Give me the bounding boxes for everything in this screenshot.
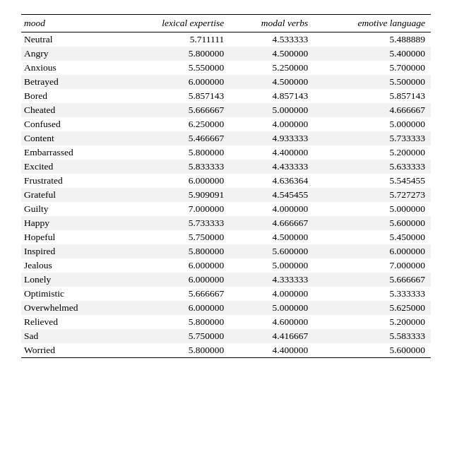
- table-row: Cheated5.6666675.0000004.666667: [21, 103, 431, 117]
- table-row: Relieved5.8000004.6000005.200000: [21, 315, 431, 329]
- table-row: Confused6.2500004.0000005.000000: [21, 117, 431, 131]
- value-cell: 6.000000: [314, 244, 431, 258]
- value-cell: 5.833333: [121, 160, 230, 174]
- value-cell: 5.500000: [314, 75, 431, 89]
- mood-cell: Embarrassed: [21, 145, 121, 160]
- value-cell: 4.416667: [230, 329, 314, 343]
- value-cell: 5.200000: [314, 145, 431, 160]
- value-cell: 5.450000: [314, 230, 431, 244]
- mood-cell: Overwhelmed: [21, 301, 121, 315]
- value-cell: 4.000000: [230, 117, 314, 131]
- mood-cell: Jealous: [21, 258, 121, 273]
- value-cell: 5.625000: [314, 301, 431, 315]
- value-cell: 6.250000: [121, 117, 230, 131]
- value-cell: 5.466667: [121, 131, 230, 145]
- value-cell: 6.000000: [121, 174, 230, 188]
- value-cell: 5.000000: [314, 202, 431, 216]
- table-row: Hopeful5.7500004.5000005.450000: [21, 230, 431, 244]
- value-cell: 6.000000: [121, 273, 230, 287]
- table-row: Guilty7.0000004.0000005.000000: [21, 202, 431, 216]
- col-header-mood: mood: [21, 15, 121, 32]
- mood-cell: Cheated: [21, 103, 121, 117]
- value-cell: 5.333333: [314, 287, 431, 301]
- value-cell: 4.400000: [230, 343, 314, 358]
- value-cell: 7.000000: [314, 258, 431, 273]
- value-cell: 5.000000: [230, 103, 314, 117]
- value-cell: 5.545455: [314, 174, 431, 188]
- value-cell: 4.333333: [230, 273, 314, 287]
- value-cell: 4.857143: [230, 89, 314, 103]
- value-cell: 5.583333: [314, 329, 431, 343]
- value-cell: 4.433333: [230, 160, 314, 174]
- value-cell: 5.600000: [314, 343, 431, 358]
- table-row: Bored5.8571434.8571435.857143: [21, 89, 431, 103]
- mood-cell: Relieved: [21, 315, 121, 329]
- value-cell: 5.666667: [121, 287, 230, 301]
- mood-cell: Guilty: [21, 202, 121, 216]
- table-row: Overwhelmed6.0000005.0000005.625000: [21, 301, 431, 315]
- table-row: Frustrated6.0000004.6363645.545455: [21, 174, 431, 188]
- mood-cell: Neutral: [21, 32, 121, 47]
- value-cell: 4.500000: [230, 47, 314, 61]
- value-cell: 5.000000: [230, 301, 314, 315]
- mood-cell: Worried: [21, 343, 121, 358]
- value-cell: 5.550000: [121, 61, 230, 75]
- mood-cell: Inspired: [21, 244, 121, 258]
- value-cell: 5.800000: [121, 145, 230, 160]
- value-cell: 5.700000: [314, 61, 431, 75]
- data-table: mood lexical expertise modal verbs emoti…: [21, 14, 431, 358]
- table-row: Lonely6.0000004.3333335.666667: [21, 273, 431, 287]
- mood-cell: Confused: [21, 117, 121, 131]
- value-cell: 7.000000: [121, 202, 230, 216]
- table-row: Content5.4666674.9333335.733333: [21, 131, 431, 145]
- value-cell: 4.666667: [230, 216, 314, 230]
- value-cell: 5.750000: [121, 230, 230, 244]
- value-cell: 5.727273: [314, 188, 431, 202]
- mood-cell: Lonely: [21, 273, 121, 287]
- value-cell: 5.800000: [121, 315, 230, 329]
- value-cell: 4.600000: [230, 315, 314, 329]
- table-row: Optimistic5.6666674.0000005.333333: [21, 287, 431, 301]
- value-cell: 5.800000: [121, 244, 230, 258]
- value-cell: 5.250000: [230, 61, 314, 75]
- value-cell: 5.733333: [314, 131, 431, 145]
- table-header-row: mood lexical expertise modal verbs emoti…: [21, 15, 431, 32]
- table-row: Anxious5.5500005.2500005.700000: [21, 61, 431, 75]
- col-header-modal: modal verbs: [230, 15, 314, 32]
- table-row: Grateful5.9090914.5454555.727273: [21, 188, 431, 202]
- value-cell: 5.000000: [314, 117, 431, 131]
- col-header-emotive: emotive language: [314, 15, 431, 32]
- mood-cell: Happy: [21, 216, 121, 230]
- value-cell: 5.800000: [121, 47, 230, 61]
- value-cell: 4.533333: [230, 32, 314, 47]
- value-cell: 5.633333: [314, 160, 431, 174]
- value-cell: 5.600000: [314, 216, 431, 230]
- mood-cell: Content: [21, 131, 121, 145]
- value-cell: 4.400000: [230, 145, 314, 160]
- value-cell: 5.711111: [121, 32, 230, 47]
- value-cell: 5.800000: [121, 343, 230, 358]
- table-row: Embarrassed5.8000004.4000005.200000: [21, 145, 431, 160]
- value-cell: 4.500000: [230, 230, 314, 244]
- value-cell: 5.666667: [314, 273, 431, 287]
- value-cell: 5.857143: [314, 89, 431, 103]
- mood-cell: Optimistic: [21, 287, 121, 301]
- value-cell: 4.933333: [230, 131, 314, 145]
- value-cell: 6.000000: [121, 75, 230, 89]
- table-row: Angry5.8000004.5000005.400000: [21, 47, 431, 61]
- value-cell: 5.857143: [121, 89, 230, 103]
- table-row: Sad5.7500004.4166675.583333: [21, 329, 431, 343]
- value-cell: 6.000000: [121, 258, 230, 273]
- mood-cell: Anxious: [21, 61, 121, 75]
- table-row: Neutral5.7111114.5333335.488889: [21, 32, 431, 47]
- mood-cell: Grateful: [21, 188, 121, 202]
- table-row: Betrayed6.0000004.5000005.500000: [21, 75, 431, 89]
- value-cell: 5.750000: [121, 329, 230, 343]
- table-row: Jealous6.0000005.0000007.000000: [21, 258, 431, 273]
- value-cell: 4.636364: [230, 174, 314, 188]
- table-row: Inspired5.8000005.6000006.000000: [21, 244, 431, 258]
- mood-cell: Hopeful: [21, 230, 121, 244]
- table-row: Worried5.8000004.4000005.600000: [21, 343, 431, 358]
- value-cell: 5.488889: [314, 32, 431, 47]
- mood-cell: Frustrated: [21, 174, 121, 188]
